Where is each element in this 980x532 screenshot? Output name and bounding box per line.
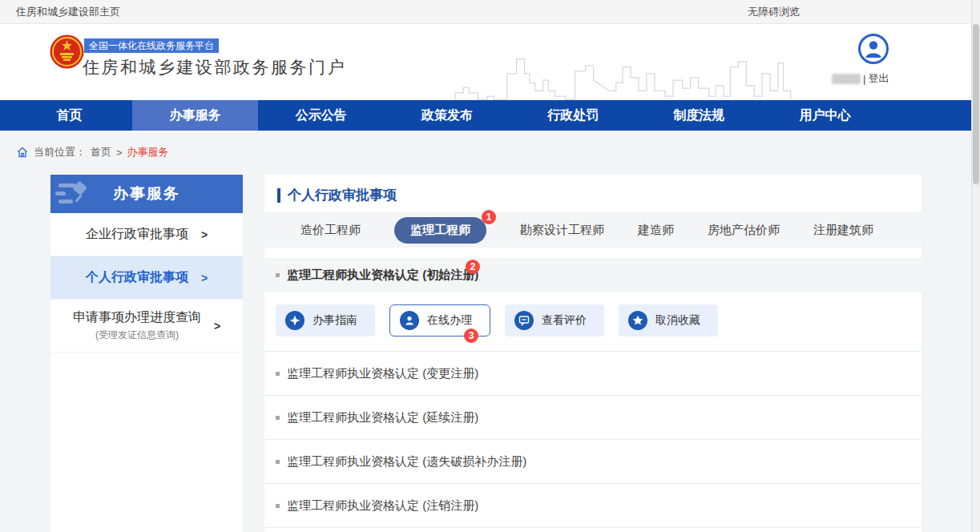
list-item-cancel-registration[interactable]: 监理工程师执业资格认定 (注销注册) bbox=[264, 484, 922, 528]
breadcrumb-separator: > bbox=[116, 147, 123, 159]
square-bullet-icon bbox=[276, 460, 280, 464]
comment-icon bbox=[514, 311, 534, 330]
vertical-scrollbar-track[interactable] bbox=[971, 0, 980, 532]
logout-link[interactable]: 登出 bbox=[868, 71, 889, 86]
site-header: 全国一体化在线政务服务平台 住房和城乡建设部政务服务门户 | 登出 bbox=[0, 24, 971, 100]
unfavorite-button[interactable]: 取消收藏 bbox=[619, 304, 718, 337]
sidebar-item-progress-query[interactable]: 申请事项办理进度查询 (受理发证信息查询) > bbox=[50, 300, 243, 353]
sidebar: 办事服务 企业行政审批事项 > 个人行政审批事项 > 申请事项办理进度查询 (受… bbox=[50, 175, 243, 532]
nav-item-services[interactable]: 办事服务 bbox=[132, 100, 258, 131]
nav-item-penalties[interactable]: 行政处罚 bbox=[510, 100, 636, 131]
item-action-bar: 办事指南 在线办理 3 查看评价 bbox=[264, 292, 922, 352]
guide-button[interactable]: 办事指南 bbox=[276, 304, 375, 337]
vertical-scrollbar-thumb[interactable] bbox=[973, 24, 979, 184]
nav-item-home[interactable]: 首页 bbox=[6, 100, 132, 131]
tab-constructor[interactable]: 建造师 bbox=[638, 223, 674, 238]
user-separator: | bbox=[863, 73, 865, 85]
breadcrumb: 当前位置： 首页 > 办事服务 bbox=[16, 144, 169, 160]
chevron-right-icon: > bbox=[201, 272, 208, 284]
chevron-right-icon: > bbox=[201, 228, 208, 241]
tab-real-estate-appraiser[interactable]: 房地产估价师 bbox=[708, 223, 780, 238]
user-session-line: | 登出 bbox=[832, 71, 952, 87]
profession-tabs: 造价工程师 监理工程师 1 勘察设计工程师 建造师 房地产估价师 注册建筑师 bbox=[264, 212, 922, 248]
online-apply-button[interactable]: 在线办理 3 bbox=[389, 304, 490, 337]
portal-title: 住房和城乡建设部政务服务门户 bbox=[83, 56, 346, 79]
compass-icon bbox=[285, 311, 304, 330]
section-title: 个人行政审批事项 bbox=[264, 175, 922, 212]
step-badge-3: 3 bbox=[464, 328, 478, 343]
star-icon bbox=[628, 311, 647, 330]
main-nav: 首页 办事服务 公示公告 政策发布 行政处罚 制度法规 用户中心 bbox=[0, 100, 971, 131]
list-item-renewal-registration[interactable]: 监理工程师执业资格认定 (延续注册) bbox=[264, 396, 922, 440]
tab-survey-design-engineer[interactable]: 勘察设计工程师 bbox=[520, 223, 604, 238]
username-redacted bbox=[832, 74, 861, 84]
nav-item-announcements[interactable]: 公示公告 bbox=[258, 100, 384, 131]
city-skyline-decoration bbox=[421, 54, 825, 100]
tab-cost-engineer[interactable]: 造价工程师 bbox=[300, 223, 361, 238]
chevron-right-icon: > bbox=[214, 320, 220, 332]
title-accent-bar bbox=[277, 188, 280, 203]
main-panel: 个人行政审批事项 造价工程师 监理工程师 1 勘察设计工程师 建造师 房地产估价… bbox=[264, 175, 922, 532]
tab-registered-architect[interactable]: 注册建筑师 bbox=[813, 223, 873, 238]
national-emblem-logo bbox=[50, 34, 84, 69]
square-bullet-icon bbox=[276, 504, 280, 508]
breadcrumb-home-link[interactable]: 首页 bbox=[91, 145, 111, 159]
breadcrumb-current[interactable]: 办事服务 bbox=[127, 145, 169, 159]
sidebar-item-personal-approval[interactable]: 个人行政审批事项 > bbox=[50, 256, 243, 300]
list-item-lost-damaged-registration[interactable]: 监理工程师执业资格认定 (遗失破损补办注册) bbox=[264, 440, 922, 484]
top-utility-bar: 住房和城乡建设部主页 无障碍浏览 bbox=[0, 0, 971, 24]
accessibility-link[interactable]: 无障碍浏览 bbox=[748, 0, 800, 24]
square-bullet-icon bbox=[276, 416, 280, 420]
square-bullet-icon bbox=[276, 372, 280, 376]
square-bullet-icon bbox=[276, 273, 280, 277]
home-icon bbox=[16, 146, 29, 159]
nav-item-regulations[interactable]: 制度法规 bbox=[636, 100, 762, 131]
breadcrumb-prefix: 当前位置： bbox=[34, 145, 86, 159]
sidebar-item-enterprise-approval[interactable]: 企业行政审批事项 > bbox=[50, 213, 243, 256]
user-avatar-icon[interactable] bbox=[858, 34, 889, 64]
view-reviews-button[interactable]: 查看评价 bbox=[505, 304, 604, 337]
step-badge-1: 1 bbox=[482, 210, 496, 224]
platform-badge: 全国一体化在线政务服务平台 bbox=[84, 38, 219, 53]
step-badge-2: 2 bbox=[466, 260, 480, 274]
tab-supervision-engineer[interactable]: 监理工程师 1 bbox=[394, 217, 486, 244]
sidebar-title: 办事服务 bbox=[50, 175, 243, 213]
user-icon bbox=[400, 311, 419, 330]
list-item-change-registration[interactable]: 监理工程师执业资格认定 (变更注册) bbox=[264, 352, 922, 396]
list-item-initial-registration[interactable]: 监理工程师执业资格认定 (初始注册) 2 bbox=[264, 258, 922, 292]
ministry-home-link[interactable]: 住房和城乡建设部主页 bbox=[16, 0, 120, 24]
nav-item-user-center[interactable]: 用户中心 bbox=[762, 100, 888, 131]
nav-item-policies[interactable]: 政策发布 bbox=[384, 100, 510, 131]
pinned-list-icon bbox=[54, 180, 89, 208]
